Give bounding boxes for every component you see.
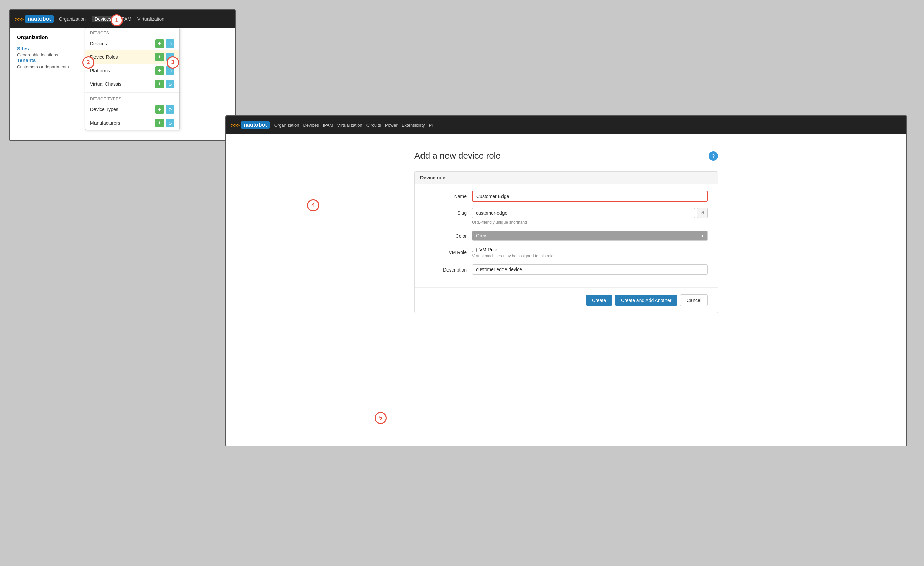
slug-refresh-button[interactable]: ↺: [697, 208, 708, 218]
brand-logo[interactable]: >>> nautobot: [15, 15, 54, 23]
name-label: Name: [425, 191, 472, 199]
dropdown-label-virtual-chassis: Virtual Chassis: [90, 81, 122, 87]
dropdown-divider: [86, 92, 179, 93]
brand-name: nautobot: [25, 15, 53, 23]
color-select-wrap: Grey: [472, 231, 708, 241]
slug-label: Slug: [425, 208, 472, 216]
right-nav-organization[interactable]: Organization: [274, 123, 299, 128]
dropdown-item-manufacturers[interactable]: Manufacturers + ⊙: [86, 116, 179, 130]
right-navbar: >>> nautobot Organization Devices IPAM V…: [226, 116, 906, 134]
description-input-area: [472, 265, 708, 275]
vm-role-label: VM Role: [425, 247, 472, 255]
list-devices-button[interactable]: ⊙: [166, 39, 174, 48]
dropdown-item-device-types[interactable]: Device Types + ⊙: [86, 103, 179, 116]
vm-role-help-text: Virtual machines may be assigned to this…: [472, 254, 708, 258]
description-label: Description: [425, 265, 472, 272]
add-virtual-chassis-button[interactable]: +: [155, 80, 164, 89]
right-nav-virtualization[interactable]: Virtualization: [338, 123, 363, 128]
add-device-role-button[interactable]: +: [155, 53, 164, 62]
dropdown-label-device-types: Device Types: [90, 107, 118, 112]
vm-role-field-row: VM Role VM Role Virtual machines may be …: [425, 247, 708, 258]
step2-badge: 2: [82, 56, 94, 69]
list-manufacturers-button[interactable]: ⊙: [166, 119, 174, 127]
form-card-header: Device role: [415, 172, 718, 184]
nav-virtualization[interactable]: Virtualization: [137, 15, 164, 22]
add-device-button[interactable]: +: [155, 39, 164, 48]
dropdown-item-devices[interactable]: Devices + ⊙: [86, 37, 179, 50]
dropdown-actions-virtual-chassis: + ⊙: [155, 80, 174, 89]
slug-field-row: Slug ↺ URL-friendly unique shorthand: [425, 208, 708, 224]
create-and-add-another-button[interactable]: Create and Add Another: [615, 295, 677, 306]
right-nav-power[interactable]: Power: [385, 123, 398, 128]
step3-badge: 3: [167, 56, 179, 69]
step5-badge: 5: [375, 412, 387, 424]
dropdown-header-devices: Devices: [86, 28, 179, 37]
vm-role-checkbox-label[interactable]: VM Role: [472, 247, 708, 252]
dropdown-item-platforms[interactable]: Platforms + ⊙: [86, 64, 179, 77]
dropdown-item-virtual-chassis[interactable]: Virtual Chassis + ⊙: [86, 77, 179, 91]
color-select[interactable]: Grey: [472, 231, 708, 241]
dropdown-actions-manufacturers: + ⊙: [155, 119, 174, 127]
color-label: Color: [425, 231, 472, 239]
description-input[interactable]: [472, 265, 708, 275]
dropdown-label-manufacturers: Manufacturers: [90, 120, 120, 126]
slug-input-area: ↺ URL-friendly unique shorthand: [472, 208, 708, 224]
help-icon[interactable]: ?: [709, 151, 718, 161]
form-card: Device role Name Slug ↺: [414, 171, 718, 313]
list-device-types-button[interactable]: ⊙: [166, 105, 174, 114]
add-device-type-button[interactable]: +: [155, 105, 164, 114]
add-platform-button[interactable]: +: [155, 66, 164, 75]
nav-organization[interactable]: Organization: [59, 15, 86, 22]
dropdown-item-device-roles[interactable]: Device Roles + ⊙: [86, 50, 179, 64]
devices-dropdown-menu: Devices Devices + ⊙ Device Roles + ⊙ Pla…: [85, 28, 180, 130]
dropdown-label-device-roles: Device Roles: [90, 54, 118, 60]
right-brand-name: nautobot: [241, 121, 269, 129]
right-nav-pl[interactable]: Pl: [429, 123, 433, 128]
step4-badge: 4: [307, 199, 319, 211]
brand-arrows-icon: >>>: [15, 16, 24, 22]
vm-role-checkbox-text: VM Role: [479, 247, 497, 252]
right-nav-devices[interactable]: Devices: [303, 123, 319, 128]
color-field-row: Color Grey: [425, 231, 708, 241]
add-manufacturer-button[interactable]: +: [155, 119, 164, 127]
right-nav-items: Organization Devices IPAM Virtualization…: [274, 123, 433, 128]
right-nav-circuits[interactable]: Circuits: [366, 123, 381, 128]
dropdown-actions-device-types: + ⊙: [155, 105, 174, 114]
form-footer: Create Create and Add Another Cancel: [415, 288, 718, 313]
vm-role-input-area: VM Role Virtual machines may be assigned…: [472, 247, 708, 258]
form-area: Add a new device role ? Device role Name…: [226, 134, 906, 330]
list-virtual-chassis-button[interactable]: ⊙: [166, 80, 174, 89]
vm-role-checkbox[interactable]: [472, 248, 477, 252]
slug-help-text: URL-friendly unique shorthand: [472, 220, 708, 224]
dropdown-label-platforms: Platforms: [90, 68, 110, 73]
name-input[interactable]: [472, 191, 708, 202]
slug-row: ↺: [472, 208, 708, 218]
right-panel: >>> nautobot Organization Devices IPAM V…: [225, 116, 907, 446]
description-field-row: Description: [425, 265, 708, 275]
form-title: Add a new device role: [414, 151, 501, 161]
left-panel: >>> nautobot Organization Devices IPAM V…: [9, 9, 236, 141]
right-nav-ipam[interactable]: IPAM: [323, 123, 333, 128]
create-button[interactable]: Create: [586, 295, 612, 306]
form-title-row: Add a new device role ?: [414, 151, 718, 161]
right-brand-logo[interactable]: >>> nautobot: [231, 121, 270, 129]
cancel-button[interactable]: Cancel: [680, 295, 708, 306]
right-brand-arrows-icon: >>>: [231, 122, 240, 128]
color-input-area: Grey: [472, 231, 708, 241]
sidebar-desc-tenants: Customers or departments: [17, 64, 69, 69]
name-field-row: Name: [425, 191, 708, 202]
name-input-area: [472, 191, 708, 202]
vm-role-row: VM Role Virtual machines may be assigned…: [472, 247, 708, 258]
right-nav-extensibility[interactable]: Extensibility: [402, 123, 425, 128]
sidebar-desc-sites: Geographic locations: [17, 52, 58, 57]
form-card-body: Name Slug ↺ URL-friendly unique shorthan…: [415, 184, 718, 288]
step1-badge: 1: [111, 14, 123, 26]
slug-input[interactable]: [472, 208, 695, 218]
dropdown-actions-devices: + ⊙: [155, 39, 174, 48]
dropdown-label-devices: Devices: [90, 41, 107, 46]
dropdown-header-device-types: Device Types: [86, 94, 179, 103]
